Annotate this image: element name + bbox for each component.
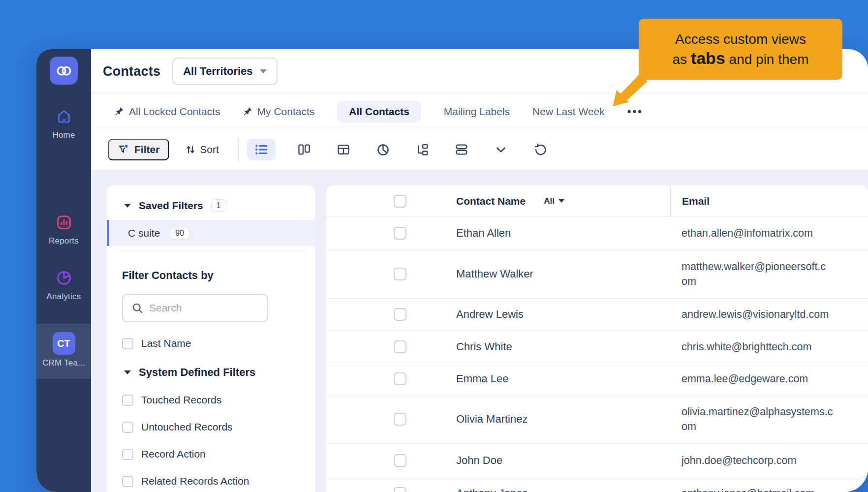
row-checkbox[interactable] [394,487,406,492]
reports-icon [56,214,72,231]
contact-name-header-cell: Contact Name All [444,195,670,207]
filter-field-label: Last Name [141,338,191,349]
contact-name: Ethan Allen [456,227,511,240]
system-filters-header: System Defined Filters [124,366,315,379]
row-checkbox[interactable] [394,308,406,321]
row-checkbox[interactable] [394,268,406,280]
sidebar-item-label: Home [36,130,91,140]
filter-panel: Saved Filters 1 C suite 90 Filter Contac… [107,185,315,492]
analytics-icon [56,270,72,286]
select-all-checkbox[interactable] [394,195,406,208]
table-row[interactable]: Olivia Martinez olivia.martinez@alphasys… [326,395,868,444]
main-area: Contacts All Territories All Locked Cont… [91,49,868,492]
content-area: Saved Filters 1 C suite 90 Filter Contac… [91,170,868,492]
table-row[interactable]: Ethan Allen ethan.allen@infomatrix.com [326,217,868,249]
table-row[interactable]: John Doe john.doe@techcorp.com [326,444,868,477]
sidebar: Home Reports My Requ... Analytics My R [36,49,91,492]
filter-touched-records: Touched Records [122,394,315,406]
filter-untouched-records: Untouched Records [122,421,315,433]
tab-label: My Contacts [257,106,315,118]
sidebar-item-reports[interactable]: Reports [36,214,91,246]
sidebar-item-home[interactable]: Home [36,108,91,140]
checkbox[interactable] [122,449,133,460]
contact-name: Andrew Lewis [456,308,524,321]
contact-name: John Doe [456,454,502,467]
list-view-icon[interactable] [247,139,276,160]
saved-filters-title: Saved Filters [139,200,203,212]
callout-bold-word: tabs [691,49,725,67]
view-switcher [247,139,551,160]
sidebar-item-label: Analytics [36,292,91,302]
contact-email: chris.white@brighttech.com [682,339,811,354]
column-filter-dropdown[interactable]: All [544,196,564,206]
tab-my-contacts[interactable]: My Contacts [243,106,315,118]
hierarchy-view-icon[interactable] [411,139,433,160]
sort-button[interactable]: Sort [185,144,219,155]
collapse-caret-icon[interactable] [124,204,131,208]
zoho-rings-icon [55,63,73,78]
refresh-icon[interactable] [529,139,551,160]
saved-filter-item-c-suite[interactable]: C suite 90 [107,220,315,246]
home-icon [56,108,72,125]
tab-all-contacts[interactable]: All Contacts [337,101,421,123]
filter-button[interactable]: Filter [108,139,169,160]
chevron-down-icon[interactable] [490,139,512,160]
sort-arrows-icon [185,144,196,155]
territory-dropdown[interactable]: All Territories [172,58,277,85]
chevron-down-icon [260,69,267,73]
row-checkbox[interactable] [394,340,406,353]
sidebar-item-analytics[interactable]: My Requ... Analytics [36,270,91,302]
contact-email: matthew.walker@pioneersoft.com [682,259,826,289]
email-header-cell: Email [670,185,868,216]
tab-all-locked-contacts[interactable]: All Locked Contacts [115,106,220,118]
workspace-label: CRM Tea... [36,358,91,368]
table-row[interactable]: Andrew Lewis andrew.lewis@visionaryltd.c… [326,299,868,331]
select-all-cell [326,195,444,208]
collapse-caret-icon[interactable] [124,370,131,374]
row-checkbox[interactable] [394,227,406,240]
filter-search[interactable] [122,294,268,322]
app-window: Home Reports My Requ... Analytics My R [36,49,868,492]
contact-email: olivia.martinez@alphasystems.com [682,404,833,434]
tab-new-last-week[interactable]: New Last Week [532,106,605,118]
filter-related-records-action: Related Records Action [122,475,315,487]
sidebar-item-label: Reports [36,236,91,246]
filter-record-action: Record Action [122,448,315,460]
saved-filters-header: Saved Filters 1 [124,199,315,212]
saved-filter-label: C suite [128,227,160,239]
row-checkbox[interactable] [394,372,406,385]
email-header: Email [682,195,710,207]
table-row[interactable]: Emma Lee emma.lee@edgeware.com [326,363,868,395]
table-view-icon[interactable] [333,139,354,160]
tab-mailing-labels[interactable]: Mailing Labels [444,106,510,118]
kanban-view-icon[interactable] [293,139,315,160]
search-input[interactable] [149,302,257,314]
chart-view-icon[interactable] [372,139,394,160]
chevron-down-icon [558,199,564,203]
checkbox[interactable] [122,422,133,433]
filter-field-label: Related Records Action [141,475,249,487]
pin-icon [243,107,252,116]
checkbox[interactable] [122,476,133,487]
contact-email: ethan.allen@infomatrix.com [682,226,813,241]
row-checkbox[interactable] [394,413,406,426]
table-row[interactable]: Anthony Jones anthony.jones@hotmail.com [326,477,868,492]
zoho-crm-logo[interactable] [50,57,78,85]
contacts-table: Contact Name All Email Ethan Allen ethan… [326,185,868,492]
table-row[interactable]: Matthew Walker matthew.walker@pioneersof… [326,249,868,299]
views-tab-bar: All Locked Contacts My Contacts All Cont… [91,93,868,129]
sidebar-item-crm-team[interactable]: CT CRM Tea... [36,324,91,379]
tab-label: New Last Week [532,106,605,118]
card-view-icon[interactable] [451,139,472,160]
checkbox[interactable] [122,395,133,406]
contact-name: Anthony Jones [456,487,528,492]
row-checkbox[interactable] [394,454,406,467]
table-header-row: Contact Name All Email [326,185,868,217]
tab-label: Mailing Labels [444,106,510,118]
checkbox[interactable] [122,338,133,349]
table-row[interactable]: Chris White chris.white@brighttech.com [326,331,868,363]
filter-field-label: Untouched Records [141,421,233,433]
contact-name-header: Contact Name [456,195,526,207]
system-filters-title: System Defined Filters [139,366,255,379]
page-title: Contacts [103,64,160,79]
